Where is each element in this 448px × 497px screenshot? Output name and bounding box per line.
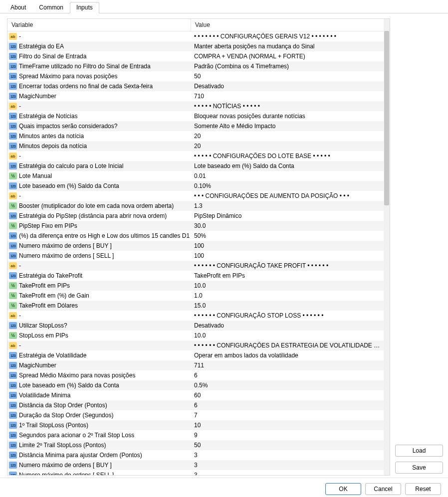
table-row[interactable]: Estratégia de NotíciasBloquear novas pos…	[7, 111, 384, 121]
table-row[interactable]: Estratégia do TakeProfitTakeProfit em PI…	[7, 271, 384, 281]
table-row[interactable]: Lote baseado em (%) Saldo da Conta0.10%	[7, 181, 384, 191]
value-cell[interactable]: • • • • • NOTÍCIAS • • • • •	[191, 103, 384, 110]
value-cell[interactable]: 30.0	[191, 222, 384, 229]
table-row[interactable]: Distância Minima para ajustar Ordem (Pon…	[7, 450, 384, 460]
value-cell[interactable]: Desativado	[191, 322, 384, 329]
value-cell[interactable]: PipStep Dinâmico	[191, 212, 384, 219]
value-cell[interactable]: • • • • • • CONFIGURAÇÃO STOP LOSS • • •…	[191, 312, 384, 319]
value-cell[interactable]: Padrão (Combina os 4 Timeframes)	[191, 63, 384, 70]
value-cell[interactable]: COMPRA + VENDA (NORMAL + FORTE)	[191, 53, 384, 60]
vertical-scrollbar[interactable]	[384, 19, 390, 475]
value-cell[interactable]: 9	[191, 432, 384, 439]
value-cell[interactable]: 50%	[191, 232, 384, 239]
cancel-button[interactable]: Cancel	[365, 483, 401, 495]
ok-button[interactable]: OK	[325, 483, 361, 495]
value-cell[interactable]: Somente Alto e Médio Impacto	[191, 123, 384, 130]
value-cell[interactable]: 3	[191, 462, 384, 469]
value-cell[interactable]: 0.5%	[191, 382, 384, 389]
value-cell[interactable]: • • • • • • • CONFIGURAÇÕES GERAIS V12 •…	[191, 33, 384, 40]
table-row[interactable]: Numero máximo de ordens [ SELL ]3	[7, 470, 384, 475]
value-cell[interactable]: 1.3	[191, 202, 384, 209]
table-row[interactable]: Lote baseado em (%) Saldo da Conta0.5%	[7, 380, 384, 390]
value-cell[interactable]: • • • CONFIGURAÇÕES DE AUMENTO DA POSIÇÃ…	[191, 192, 384, 199]
table-row[interactable]: Minutos depois da notícia20	[7, 141, 384, 151]
value-cell[interactable]: 0.10%	[191, 182, 384, 189]
value-cell[interactable]: Operar em ambos lados da volatilidade	[191, 352, 384, 359]
value-cell[interactable]: 50	[191, 442, 384, 449]
table-row[interactable]: -• • • • • • CONFIGURAÇÃO TAKE PROFIT • …	[7, 261, 384, 271]
table-row[interactable]: -• • • • • • CONFIGURAÇÕES DA ESTRATEGIA…	[7, 340, 384, 350]
value-cell[interactable]: 6	[191, 372, 384, 379]
table-row[interactable]: -• • • • • • CONFIGURAÇÃO STOP LOSS • • …	[7, 311, 384, 321]
table-row[interactable]: Filtro do Sinal de EntradaCOMPRA + VENDA…	[7, 51, 384, 61]
save-button[interactable]: Save	[395, 462, 443, 474]
table-row[interactable]: Estratégia do PipStep (distância para ab…	[7, 211, 384, 221]
value-cell[interactable]: TakeProfit em PIPs	[191, 272, 384, 279]
table-row[interactable]: MagicNumber710	[7, 91, 384, 101]
value-cell[interactable]: Bloquear novas posições durante notícias	[191, 113, 384, 120]
table-row[interactable]: Numero máximo de ordens [ BUY ]100	[7, 241, 384, 251]
table-row[interactable]: Spread Médio Máximo para novas posições6	[7, 370, 384, 380]
table-row[interactable]: Volatilidade Minima60	[7, 390, 384, 400]
table-row[interactable]: Estratégia de VolatilidadeOperar em ambo…	[7, 350, 384, 360]
table-row[interactable]: TimeFrame utilizado no Filtro do Sinal d…	[7, 61, 384, 71]
table-row[interactable]: Quais impactos serão considerados?Soment…	[7, 121, 384, 131]
value-cell[interactable]: 3	[191, 452, 384, 459]
table-row[interactable]: Utilizar StopLoss?Desativado	[7, 321, 384, 331]
table-row[interactable]: Segundos para acionar o 2º Trail Stop Lo…	[7, 430, 384, 440]
tab-common[interactable]: Common	[32, 2, 70, 13]
tab-inputs[interactable]: Inputs	[70, 2, 99, 13]
table-row[interactable]: -• • • • • • • CONFIGURAÇÕES GERAIS V12 …	[7, 31, 384, 41]
table-row[interactable]: TakeProfit em PIPs10.0	[7, 281, 384, 291]
value-cell[interactable]: • • • • • • CONFIGURAÇÕES DA ESTRATEGIA …	[191, 342, 384, 349]
value-cell[interactable]: 7	[191, 412, 384, 419]
value-cell[interactable]: 711	[191, 362, 384, 369]
table-row[interactable]: TakeProfit em (%) de Gain1.0	[7, 291, 384, 301]
value-cell[interactable]: 1.0	[191, 292, 384, 299]
table-row[interactable]: Encerrar todas ordens no final de cada S…	[7, 81, 384, 91]
table-row[interactable]: Distância da Stop Order (Pontos)6	[7, 400, 384, 410]
reset-button[interactable]: Reset	[405, 483, 441, 495]
table-row[interactable]: Estratégia do EAManter aberta posições n…	[7, 41, 384, 51]
value-cell[interactable]: 10	[191, 422, 384, 429]
value-cell[interactable]: • • • • • CONFIGURAÇÕES DO LOTE BASE • •…	[191, 153, 384, 160]
table-row[interactable]: Limite 2º Trail StopLoss (Pontos)50	[7, 440, 384, 450]
table-row[interactable]: TakeProfit em Dólares15.0	[7, 301, 384, 311]
load-button[interactable]: Load	[395, 445, 443, 457]
table-row[interactable]: Lote Manual0.01	[7, 171, 384, 181]
table-row[interactable]: 1º Trail StopLoss (Pontos)10	[7, 420, 384, 430]
value-cell[interactable]: 3	[191, 472, 384, 475]
value-cell[interactable]: 0.01	[191, 172, 384, 179]
table-row[interactable]: Estratégia do calculo para o Lote Inicia…	[7, 161, 384, 171]
table-row[interactable]: Booster (mutiplicador do lote em cada no…	[7, 201, 384, 211]
value-cell[interactable]: 10.0	[191, 332, 384, 339]
value-cell[interactable]: 20	[191, 143, 384, 150]
header-value[interactable]: Value	[191, 19, 384, 31]
value-cell[interactable]: Manter aberta posições na mudança do Sin…	[191, 43, 384, 50]
value-cell[interactable]: 15.0	[191, 302, 384, 309]
value-cell[interactable]: 20	[191, 133, 384, 140]
value-cell[interactable]: 50	[191, 73, 384, 80]
value-cell[interactable]: 100	[191, 252, 384, 259]
value-cell[interactable]: • • • • • • CONFIGURAÇÃO TAKE PROFIT • •…	[191, 262, 384, 269]
table-row[interactable]: StopLoss em PIPs10.0	[7, 331, 384, 340]
table-row[interactable]: Numero máximo de ordens [ BUY ]3	[7, 460, 384, 470]
table-row[interactable]: MagicNumber711	[7, 360, 384, 370]
scrollbar-thumb[interactable]	[384, 31, 389, 205]
value-cell[interactable]: 100	[191, 242, 384, 249]
table-row[interactable]: (%) da diferença entre os High e Low dos…	[7, 231, 384, 241]
value-cell[interactable]: 6	[191, 402, 384, 409]
table-row[interactable]: Minutos antes da notícia20	[7, 131, 384, 141]
value-cell[interactable]: 10.0	[191, 282, 384, 289]
value-cell[interactable]: 60	[191, 392, 384, 399]
table-row[interactable]: PipStep Fixo em PIPs30.0	[7, 221, 384, 231]
table-row[interactable]: Duração da Stop Order (Segundos)7	[7, 410, 384, 420]
value-cell[interactable]: Desativado	[191, 83, 384, 90]
table-row[interactable]: Numero máximo de ordens [ SELL ]100	[7, 251, 384, 261]
tab-about[interactable]: About	[4, 2, 32, 13]
table-row[interactable]: -• • • CONFIGURAÇÕES DE AUMENTO DA POSIÇ…	[7, 191, 384, 201]
table-row[interactable]: -• • • • • CONFIGURAÇÕES DO LOTE BASE • …	[7, 151, 384, 161]
value-cell[interactable]: Lote baseado em (%) Saldo da Conta	[191, 163, 384, 169]
table-row[interactable]: -• • • • • NOTÍCIAS • • • • •	[7, 101, 384, 111]
value-cell[interactable]: 710	[191, 93, 384, 100]
